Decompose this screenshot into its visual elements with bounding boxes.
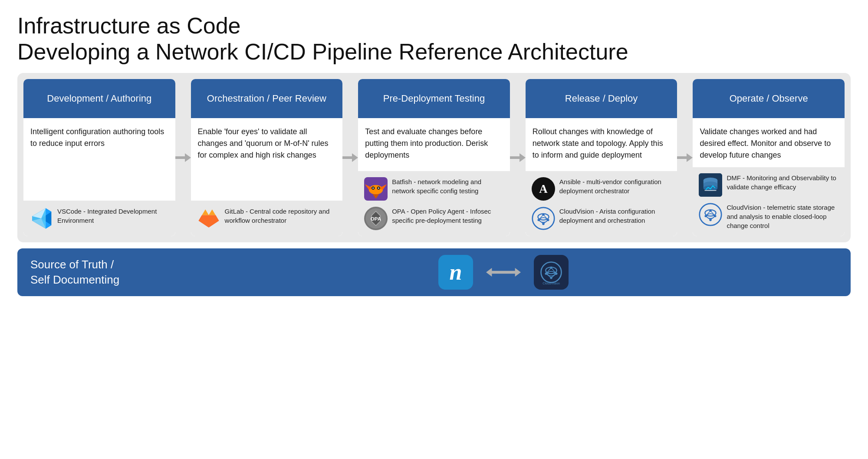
tool-vscode: VSCode - Integrated Development Environm… [30, 207, 169, 230]
svg-marker-18 [373, 194, 379, 198]
arrow-1 [175, 79, 191, 236]
arrow-right-icon [175, 152, 191, 164]
opa-icon: OPA [364, 207, 388, 230]
arrow-3 [510, 79, 526, 236]
svg-point-22 [378, 187, 379, 188]
svg-point-28 [533, 207, 554, 229]
cloudvision-label: CloudVision - Arista configuration deplo… [559, 207, 671, 225]
arrow-4 [677, 79, 693, 236]
svg-point-46 [700, 203, 721, 225]
col-release-tools: A Ansible - multi-vendor configuration d… [526, 171, 677, 236]
pipeline-container: Development / Authoring Intelligent conf… [17, 73, 851, 242]
double-arrow-icon [486, 264, 521, 280]
col-release-body: Rollout changes with knowledge of networ… [526, 118, 677, 171]
cloudvision2-icon [699, 203, 722, 226]
svg-point-44 [704, 185, 717, 191]
title-line1: Infrastructure as Code [17, 13, 851, 39]
svg-point-21 [373, 187, 374, 188]
col-test-tools: Batfish - network modeling and network s… [358, 171, 510, 236]
col-operate-header: Operate / Observe [693, 79, 845, 118]
dmf-icon [699, 173, 722, 197]
tool-dmf: DMF - Monitoring and Observability to va… [699, 173, 838, 197]
svg-text:OPA: OPA [371, 216, 381, 221]
ansible-icon: A [532, 177, 555, 201]
opa-label: OPA - Open Policy Agent - Infosec specif… [392, 207, 504, 225]
tool-opa: OPA OPA - Open Policy Agent - Infosec sp… [364, 207, 504, 230]
tool-cloudvision2: CloudVision - telemetric state storage a… [699, 203, 838, 230]
col-orch-header: Orchestration / Peer Review [191, 79, 343, 118]
col-operate-body: Validate changes worked and had desired … [693, 118, 845, 167]
col-dev-header: Development / Authoring [23, 79, 175, 118]
title-line2: Developing a Network CI/CD Pipeline Refe… [17, 39, 851, 65]
col-orch: Orchestration / Peer Review Enable 'four… [191, 79, 343, 236]
col-dev-tools: VSCode - Integrated Development Environm… [23, 201, 175, 236]
cloudvision-bottom-icon: CloudVision [534, 255, 569, 290]
svg-line-36 [543, 215, 548, 220]
batfish-label: Batfish - network modeling and network s… [392, 177, 504, 195]
netbox-letter: n [450, 259, 462, 285]
svg-line-53 [706, 211, 711, 216]
arrow-2 [342, 79, 358, 236]
col-operate: Operate / Observe Validate changes worke… [693, 79, 845, 236]
vscode-label: VSCode - Integrated Development Environm… [57, 207, 169, 225]
ansible-label: Ansible - multi-vendor configuration dep… [559, 177, 671, 195]
svg-text:A: A [539, 182, 548, 195]
dmf-label: DMF - Monitoring and Observability to va… [727, 173, 838, 192]
bottom-bar-center: n CloudVision [156, 255, 851, 290]
tool-batfish: Batfish - network modeling and network s… [364, 177, 504, 201]
col-test-body: Test and evaluate changes before putting… [358, 118, 510, 171]
col-dev: Development / Authoring Intelligent conf… [23, 79, 175, 236]
page-title: Infrastructure as Code Developing a Netw… [17, 13, 851, 65]
tool-ansible: A Ansible - multi-vendor configuration d… [532, 177, 671, 201]
col-release-header: Release / Deploy [526, 79, 677, 118]
arrow-right-icon-4 [677, 152, 693, 164]
arrow-right-icon-2 [342, 152, 358, 164]
cloudvision2-label: CloudVision - telemetric state storage a… [727, 203, 838, 230]
source-of-truth-label: Source of Truth /Self Documenting [17, 249, 156, 295]
arrow-right-icon-3 [510, 152, 526, 164]
tool-cloudvision: CloudVision - Arista configuration deplo… [532, 207, 671, 230]
col-release: Release / Deploy Rollout changes with kn… [526, 79, 677, 236]
gitlab-icon [197, 207, 220, 230]
col-dev-body: Intelligent configuration authoring tool… [23, 118, 175, 201]
gitlab-label: GitLab - Central code repository and wor… [225, 207, 337, 225]
netbox-icon: n [438, 255, 473, 290]
col-test-header: Pre-Deployment Testing [358, 79, 510, 118]
svg-marker-13 [209, 209, 216, 215]
col-orch-tools: GitLab - Central code repository and wor… [191, 201, 343, 236]
vscode-icon [30, 207, 53, 230]
svg-line-35 [539, 215, 543, 220]
bottom-bar: Source of Truth /Self Documenting n [17, 248, 851, 296]
svg-marker-57 [486, 268, 521, 277]
batfish-icon [364, 177, 388, 201]
svg-point-15 [369, 185, 383, 195]
cloudvision-icon [532, 207, 555, 230]
col-operate-tools: DMF - Monitoring and Observability to va… [693, 167, 845, 236]
svg-line-54 [710, 211, 715, 216]
source-of-truth-text: Source of Truth /Self Documenting [30, 258, 119, 286]
col-test: Pre-Deployment Testing Test and evaluate… [358, 79, 510, 236]
svg-text:CloudVision: CloudVision [542, 281, 560, 285]
tool-gitlab: GitLab - Central code repository and wor… [197, 207, 337, 230]
svg-marker-12 [202, 209, 209, 215]
col-orch-body: Enable 'four eyes' to validate all chang… [191, 118, 343, 201]
